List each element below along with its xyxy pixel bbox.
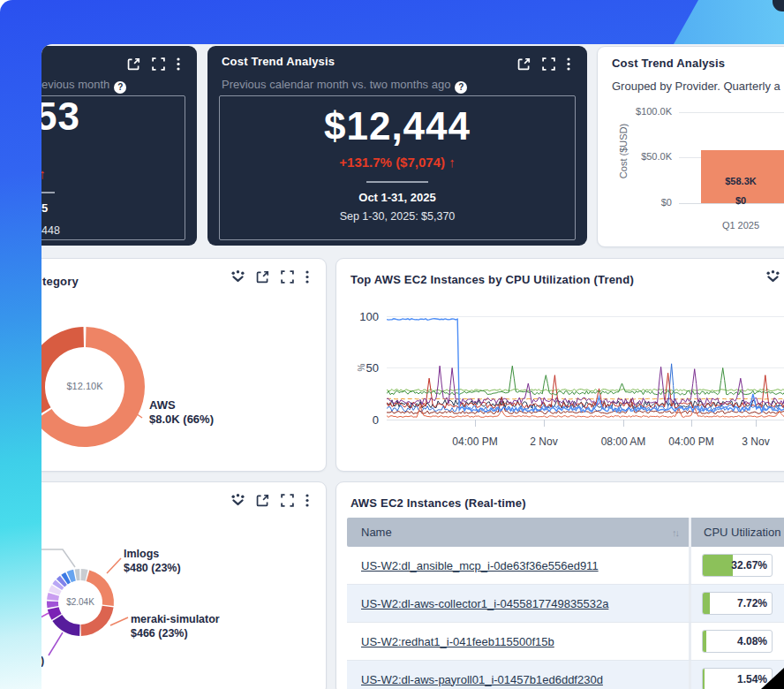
card-title: AWS EC2 Instances (Real-time)	[351, 496, 526, 510]
table-row: US-W2:redhat1_i-041feeb115500f15b4.08%	[347, 622, 784, 660]
bar-value-label: $58.3K	[688, 176, 784, 186]
cpu-utilization-value: 4.08%	[737, 631, 767, 652]
line-chart-plot[interactable]	[387, 316, 784, 420]
fullscreen-icon[interactable]	[280, 493, 295, 508]
x-tick-mark	[544, 420, 545, 427]
card-cost-trend-month: Cost Trend Analysis Previous calendar mo…	[207, 46, 587, 246]
x-tick: Q1 2025	[688, 220, 784, 231]
y-tick: $50.0K	[619, 151, 672, 162]
card-title-fragment: tegory	[42, 275, 79, 288]
x-tick-mark	[475, 420, 476, 427]
donut-center-label: $12.10K	[45, 381, 124, 391]
fullscreen-icon[interactable]	[280, 269, 295, 284]
table-header: Name ↑↓ CPU Utilization	[347, 518, 784, 547]
metric-divider	[366, 181, 428, 183]
donut-callout-fragment: re %)	[41, 640, 44, 669]
y-tick: $100.0K	[619, 106, 672, 117]
card-title: Top AWS EC2 Instances by CPU Utilization…	[351, 273, 634, 286]
card-cost-by-resource: $2.04K lmlogs $480 (23%) meraki-simulato…	[41, 481, 327, 689]
insights-icon[interactable]	[230, 269, 245, 284]
y-tick: 0	[352, 413, 379, 427]
open-in-new-icon[interactable]	[255, 269, 270, 284]
y-tick: 100	[352, 310, 379, 323]
kebab-menu-icon[interactable]	[305, 269, 312, 284]
bar-value-label-zero: $0	[688, 195, 784, 206]
fullscreen-icon[interactable]	[151, 57, 166, 72]
table-row: US-W2:dl-aws-collector1_i-04558177498355…	[347, 584, 784, 622]
x-tick-label: 04:00 PM	[656, 435, 727, 448]
open-in-new-icon[interactable]	[255, 493, 270, 508]
cpu-utilization-value: 7.72%	[737, 593, 767, 614]
donut-callout-lmlogs: lmlogs $480 (23%)	[124, 548, 181, 575]
open-in-new-icon[interactable]	[126, 57, 141, 72]
cpu-utilization-bar: 4.08%	[702, 630, 773, 653]
kebab-menu-icon[interactable]	[305, 493, 312, 508]
current-period: Oct 1-31, 2025	[358, 191, 435, 204]
sort-icon[interactable]: ↑↓	[672, 527, 678, 538]
x-tick-mark	[623, 420, 624, 427]
kpi-divider	[41, 192, 55, 193]
cost-value: $12,444	[324, 104, 471, 148]
instance-link[interactable]: US-W2:dl-aws-payroll01_i-01457b1ed6ddf23…	[361, 673, 603, 686]
insights-icon[interactable]	[230, 493, 245, 508]
cpu-utilization-bar: 7.72%	[702, 592, 773, 615]
previous-period: Sep 1-30, 2025: $5,370	[340, 210, 456, 223]
card-cpu-trend: Top AWS EC2 Instances by CPU Utilization…	[335, 258, 784, 472]
x-tick-mark	[691, 420, 692, 427]
x-tick-mark	[756, 420, 757, 427]
gridline	[679, 112, 784, 113]
card-subtitle: Grouped by Provider. Quarterly a	[612, 80, 780, 93]
kebab-menu-icon[interactable]	[176, 57, 183, 72]
card-title: Cost Trend Analysis	[612, 57, 725, 70]
dashboard-panel: evious month? 53 ) ↑ 5 448 Cost Trend An…	[41, 44, 784, 689]
donut-callout-aws: AWS $8.0K (66%)	[149, 398, 214, 428]
x-axis-line	[387, 420, 784, 420]
help-icon[interactable]: ?	[114, 81, 126, 94]
x-tick-label: 3 Nov	[720, 435, 784, 448]
card-cost-by-category: tegory $12.10K AWS $8.0K (66%)	[41, 258, 327, 472]
card-kpi-partial: evious month? 53 ) ↑ 5 448	[41, 46, 197, 246]
x-tick-label: 04:00 PM	[440, 435, 510, 448]
card-cost-trend-quarterly: Cost Trend Analysis Grouped by Provider.…	[597, 46, 784, 247]
cpu-utilization-value: 1.54%	[737, 669, 767, 689]
table-row: US-W2:dl-aws-payroll01_i-01457b1ed6ddf23…	[347, 660, 784, 689]
cpu-utilization-value: 32.67%	[731, 555, 767, 576]
cost-change: +131.7% ($7,074) ↑	[339, 155, 455, 170]
y-tick: $0	[619, 197, 672, 208]
instance-link[interactable]: US-W2:redhat1_i-041feeb115500f15b	[361, 635, 554, 648]
kpi-period-fragment: 5	[41, 201, 48, 215]
donut-callout-meraki: meraki-simulator $466 (23%)	[131, 613, 220, 640]
open-in-new-icon[interactable]	[516, 57, 531, 72]
help-icon[interactable]: ?	[455, 81, 467, 94]
cpu-utilization-bar: 32.67%	[702, 554, 773, 577]
kebab-menu-icon[interactable]	[566, 57, 573, 72]
x-tick-label: 2 Nov	[509, 435, 579, 448]
insights-icon[interactable]	[765, 269, 780, 284]
kpi-previous-fragment: 448	[41, 224, 60, 237]
column-cpu: CPU Utilization	[704, 526, 780, 539]
column-name: Name	[361, 526, 392, 539]
donut-center-label: $2.04K	[45, 597, 116, 607]
kpi-change-fragment: ) ↑	[41, 166, 46, 181]
card-subtitle: Previous calendar month vs. two months a…	[222, 78, 467, 94]
card-title: Cost Trend Analysis	[222, 55, 335, 68]
y-axis-title: %	[357, 358, 366, 372]
table-row: US-W2:dl_ansible_mcp_i-0de63f36e556ed911…	[347, 547, 784, 584]
cpu-utilization-bar: 1.54%	[702, 668, 773, 689]
instance-link[interactable]: US-W2:dl_ansible_mcp_i-0de63f36e556ed911	[361, 559, 599, 572]
x-tick-label: 08:00 AM	[588, 435, 659, 448]
kpi-subtitle-fragment: evious month?	[41, 78, 126, 94]
card-ec2-table: AWS EC2 Instances (Real-time) Name ↑↓ CP…	[335, 481, 784, 689]
fullscreen-icon[interactable]	[541, 57, 556, 72]
kpi-value-fragment: 53	[41, 95, 80, 139]
instance-link[interactable]: US-W2:dl-aws-collector1_i-04558177498355…	[361, 597, 608, 610]
